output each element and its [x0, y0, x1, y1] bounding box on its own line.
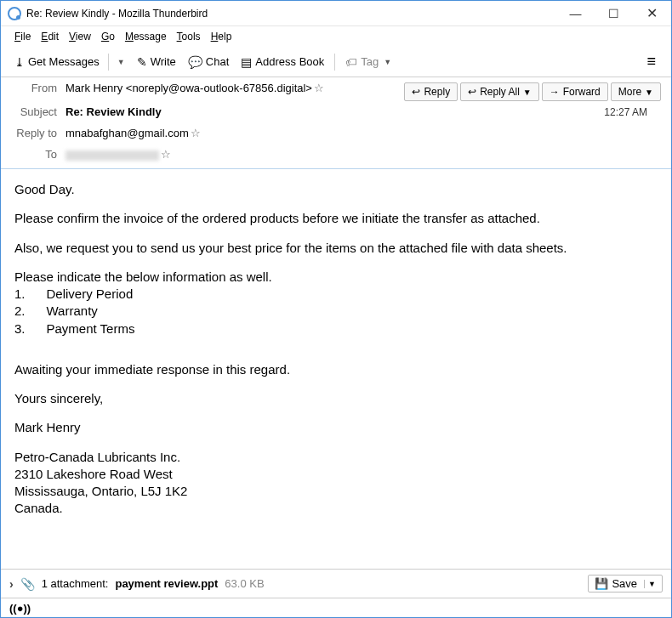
replyto-label: Reply to	[13, 127, 65, 139]
subject-label: Subject	[13, 105, 65, 118]
address-book-button[interactable]: ▤Address Book	[236, 52, 329, 72]
replyto-value: mnabafghan@gmail.com☆	[65, 127, 659, 139]
more-button[interactable]: More▼	[611, 82, 661, 101]
app-menu-button[interactable]: ≡	[640, 49, 663, 74]
chevron-down-icon: ▼	[117, 58, 125, 66]
write-button[interactable]: ✎Write	[132, 52, 181, 72]
chevron-down-icon: ▼	[384, 58, 391, 66]
pencil-icon: ✎	[137, 55, 147, 69]
signature-block: Petro-Canada Lubricants Inc. 2310 Lakesh…	[14, 449, 658, 518]
status-bar: ((●))	[1, 598, 671, 618]
reply-button[interactable]: ↩Reply	[404, 82, 458, 101]
chat-icon: 💬	[188, 55, 202, 69]
to-label: To	[13, 148, 65, 161]
reply-all-button[interactable]: ↩Reply All▼	[460, 82, 539, 101]
forward-icon: →	[550, 86, 560, 98]
star-icon[interactable]: ☆	[191, 127, 201, 139]
attachment-count: 1 attachment:	[42, 577, 109, 590]
thunderbird-icon	[8, 7, 21, 20]
message-actions: ↩Reply ↩Reply All▼ →Forward More▼	[404, 77, 671, 101]
close-button[interactable]: ✕	[633, 1, 671, 26]
star-icon[interactable]: ☆	[314, 82, 324, 94]
menu-tools[interactable]: Tools	[172, 29, 206, 44]
menubar: File Edit View Go Message Tools Help	[1, 26, 671, 47]
tag-button[interactable]: 🏷Tag▼	[340, 52, 396, 72]
body-line: Please confirm the invoice of the ordere…	[14, 210, 658, 227]
body-line: Mississauga, Ontario, L5J 1K2	[14, 483, 658, 500]
menu-message[interactable]: Message	[120, 29, 172, 44]
window-title: Re: Review Kindly - Mozilla Thunderbird	[26, 8, 556, 20]
body-line: Please indicate the below information as…	[14, 269, 658, 286]
body-line: Canada.	[14, 500, 658, 517]
menu-view[interactable]: View	[64, 29, 96, 44]
expand-attachments-button[interactable]: ›	[9, 577, 14, 591]
menu-file[interactable]: File	[9, 29, 36, 44]
paperclip-icon: 📎	[20, 577, 35, 591]
toolbar: ⤓Get Messages▼ ✎Write 💬Chat ▤Address Boo…	[1, 47, 671, 77]
attachment-size: 63.0 KB	[225, 577, 264, 590]
message-time: 12:27 AM	[604, 106, 659, 118]
reply-icon: ↩	[412, 86, 420, 98]
list-item: 2. Warranty	[14, 303, 658, 320]
save-attachment-button[interactable]: 💾Save▼	[588, 575, 663, 592]
attachment-bar: › 📎 1 attachment: payment review.ppt 63.…	[1, 569, 671, 598]
body-line: 2310 Lakeshore Road West	[14, 466, 658, 483]
menu-edit[interactable]: Edit	[36, 29, 64, 44]
from-value: Mark Henry <noreply@owa-outlook-67856.di…	[65, 82, 392, 94]
from-label: From	[13, 82, 65, 94]
menu-go[interactable]: Go	[96, 29, 120, 44]
minimize-button[interactable]: —	[556, 1, 595, 26]
get-messages-button[interactable]: ⤓Get Messages▼	[9, 50, 130, 74]
list-item: 1. Delivery Period	[14, 286, 658, 303]
list-item: 3. Payment Terms	[14, 320, 658, 337]
addressbook-icon: ▤	[241, 55, 252, 69]
star-icon[interactable]: ☆	[161, 148, 171, 161]
body-line: Also, we request you to send us your bes…	[14, 240, 658, 257]
to-value: ☆	[65, 148, 659, 161]
chevron-down-icon: ▼	[523, 88, 532, 97]
message-header: From Mark Henry <noreply@owa-outlook-678…	[1, 77, 671, 169]
attachment-name[interactable]: payment review.ppt	[115, 577, 218, 590]
body-line: Good Day.	[14, 181, 658, 198]
body-line: Petro-Canada Lubricants Inc.	[14, 449, 658, 466]
body-line: Mark Henry	[14, 419, 658, 436]
titlebar: Re: Review Kindly - Mozilla Thunderbird …	[1, 1, 671, 26]
forward-button[interactable]: →Forward	[542, 82, 608, 101]
subject-value: Re: Review Kindly	[65, 105, 604, 118]
sync-icon[interactable]: ((●))	[9, 602, 31, 615]
redacted-recipient	[65, 150, 159, 161]
chevron-down-icon: ▼	[645, 88, 653, 97]
tag-icon: 🏷	[345, 55, 357, 69]
menu-help[interactable]: Help	[206, 29, 237, 44]
maximize-button[interactable]: ☐	[595, 1, 633, 26]
save-icon: 💾	[595, 577, 608, 590]
chevron-down-icon[interactable]: ▼	[644, 580, 656, 588]
download-icon: ⤓	[14, 55, 25, 69]
chat-button[interactable]: 💬Chat	[183, 52, 234, 72]
message-body: Good Day. Please confirm the invoice of …	[1, 169, 671, 569]
reply-all-icon: ↩	[468, 86, 476, 98]
body-list: Please indicate the below information as…	[14, 269, 658, 337]
body-line: Yours sincerely,	[14, 390, 658, 407]
body-line: Awaiting your immediate response in this…	[14, 361, 658, 378]
